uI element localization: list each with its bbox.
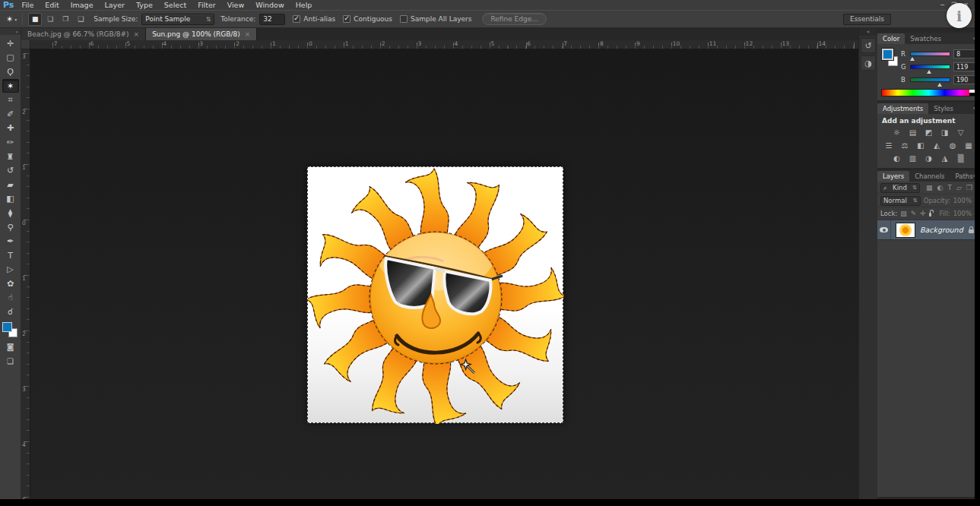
tab-color[interactable]: Color <box>877 33 905 44</box>
lock-pixels-icon[interactable]: ✎ <box>911 210 917 217</box>
blue-value-input[interactable]: 190 <box>953 75 976 84</box>
tab-sun-png[interactable]: Sun.png @ 100% (RGB/8) × <box>146 28 257 40</box>
exposure-icon[interactable]: ◨ <box>939 128 950 138</box>
canvas-pasteboard[interactable] <box>30 49 858 499</box>
menu-item[interactable]: Edit <box>45 1 59 9</box>
slider-thumb[interactable] <box>910 57 915 61</box>
path-selection-tool[interactable]: ▷ <box>2 263 19 277</box>
healing-brush-tool[interactable]: ✚ <box>2 122 19 136</box>
expand-panels-icon[interactable]: « <box>859 28 877 36</box>
foreground-color-swatch[interactable] <box>882 49 893 60</box>
filter-shape-layers-icon[interactable]: ▱ <box>956 184 962 191</box>
refine-edge-button[interactable]: Refine Edge... <box>482 13 546 25</box>
lock-position-icon[interactable]: ✛ <box>920 210 926 217</box>
green-value-input[interactable]: 119 <box>953 62 976 71</box>
menu-item[interactable]: Help <box>296 1 312 9</box>
filter-smart-objects-icon[interactable]: ❒ <box>966 184 972 191</box>
gradient-map-icon[interactable]: ▒ <box>955 153 966 163</box>
add-to-selection-mode-button[interactable]: ❏ <box>43 13 57 26</box>
layers-empty-area[interactable] <box>877 240 980 497</box>
blue-slider[interactable] <box>910 77 950 82</box>
vertical-ruler[interactable]: 321012345 <box>21 49 30 499</box>
close-icon[interactable]: × <box>245 30 251 38</box>
visibility-cell[interactable] <box>877 220 891 239</box>
filter-adjustment-layers-icon[interactable]: ◐ <box>937 184 944 191</box>
anti-alias-checkbox[interactable] <box>293 15 300 23</box>
color-spectrum-ramp[interactable] <box>881 89 976 96</box>
info-overlay-button[interactable]: i <box>947 3 972 28</box>
toolbar-collapse-icon[interactable]: » <box>0 28 21 35</box>
filter-type-layers-icon[interactable]: T <box>947 184 952 191</box>
blur-tool[interactable]: ⧫ <box>2 206 19 220</box>
slider-thumb[interactable] <box>937 83 942 87</box>
hue-saturation-icon[interactable]: ☰ <box>883 141 895 150</box>
tab-layers[interactable]: Layers <box>877 171 909 182</box>
filter-kind-select[interactable]: ⌕ Kind ⇅ <box>880 183 920 193</box>
color-lookup-icon[interactable]: ▦ <box>963 141 975 150</box>
dodge-tool[interactable]: ⚲ <box>2 220 19 235</box>
menu-item[interactable]: Select <box>164 1 186 9</box>
tolerance-input[interactable]: 32 <box>259 14 285 25</box>
contiguous-checkbox[interactable] <box>343 15 350 23</box>
document-canvas[interactable] <box>307 166 563 423</box>
tab-beach-jpg[interactable]: Beach.jpg @ 66.7% (RGB/8#) × <box>21 28 146 40</box>
eraser-tool[interactable]: ▰ <box>2 178 19 192</box>
gradient-tool[interactable]: ◧ <box>2 192 19 207</box>
type-tool[interactable]: T <box>2 248 19 263</box>
new-selection-mode-button[interactable]: ■ <box>28 13 42 26</box>
history-panel-icon[interactable]: ↺ <box>861 38 876 53</box>
tab-styles[interactable]: Styles <box>928 103 959 114</box>
custom-shape-tool[interactable]: ✿ <box>2 277 19 291</box>
photo-filter-icon[interactable]: ◭ <box>931 141 943 150</box>
subtract-from-selection-mode-button[interactable]: ❐ <box>59 13 72 26</box>
menu-item[interactable]: View <box>227 1 245 9</box>
layer-row-background[interactable]: Background <box>877 220 980 240</box>
rectangular-marquee-tool[interactable]: ▢ <box>2 51 19 65</box>
ruler-origin-corner[interactable] <box>21 40 30 49</box>
curves-icon[interactable]: ◩ <box>923 128 934 138</box>
screen-mode-button[interactable]: ❏ <box>2 356 19 368</box>
close-icon[interactable]: × <box>134 30 140 38</box>
tab-swatches[interactable]: Swatches <box>905 33 947 44</box>
magic-wand-tool[interactable]: ✶ <box>2 79 19 93</box>
selective-color-icon[interactable]: ◮ <box>939 153 950 163</box>
menu-item[interactable]: Image <box>71 1 94 9</box>
color-balance-icon[interactable]: ⚖ <box>899 141 911 150</box>
posterize-icon[interactable]: ▥ <box>907 153 918 163</box>
red-value-input[interactable]: 8 <box>953 49 976 59</box>
clone-stamp-tool[interactable]: ♜ <box>2 150 19 164</box>
hand-tool[interactable]: ☝ <box>2 291 19 305</box>
sample-all-layers-checkbox[interactable] <box>400 15 408 23</box>
levels-icon[interactable]: ▤ <box>907 128 918 138</box>
sample-size-select[interactable]: Point Sample ⇅ <box>141 14 214 25</box>
lock-all-icon[interactable] <box>929 213 932 217</box>
eyedropper-tool[interactable]: ✐ <box>2 107 19 122</box>
foreground-color-swatch[interactable] <box>2 322 12 332</box>
intersect-selection-mode-button[interactable]: ❑ <box>74 13 87 26</box>
menu-item[interactable]: File <box>21 1 33 9</box>
invert-icon[interactable]: ◐ <box>891 153 902 163</box>
red-slider[interactable] <box>910 52 950 56</box>
vibrance-icon[interactable]: ▽ <box>955 128 966 138</box>
channel-mixer-icon[interactable]: ◍ <box>947 141 959 150</box>
tab-adjustments[interactable]: Adjustments <box>877 103 928 114</box>
menu-item[interactable]: Window <box>255 1 284 9</box>
menu-item[interactable]: Type <box>136 1 153 9</box>
threshold-icon[interactable]: ◑ <box>923 153 934 163</box>
brush-tool[interactable]: ✏ <box>2 135 19 150</box>
menu-item[interactable]: Filter <box>198 1 216 9</box>
layer-thumbnail[interactable] <box>896 223 915 238</box>
history-brush-tool[interactable]: ↺ <box>2 163 19 178</box>
lock-transparency-icon[interactable]: ▨ <box>900 210 907 217</box>
green-slider[interactable] <box>910 65 950 69</box>
lasso-tool[interactable]: Ϙ <box>2 65 19 79</box>
quick-mask-button[interactable]: ◙ <box>2 341 19 353</box>
opacity-value[interactable]: 100% <box>953 197 972 204</box>
move-tool[interactable]: ✛ <box>2 36 19 51</box>
black-white-icon[interactable]: ◧ <box>915 141 927 150</box>
minimize-button[interactable]: ─ <box>940 2 944 8</box>
blend-mode-select[interactable]: Normal ⇅ <box>880 196 921 206</box>
brightness-contrast-icon[interactable]: ☼ <box>891 128 902 138</box>
properties-panel-icon[interactable]: ◑ <box>861 55 876 71</box>
tab-channels[interactable]: Channels <box>909 171 950 182</box>
